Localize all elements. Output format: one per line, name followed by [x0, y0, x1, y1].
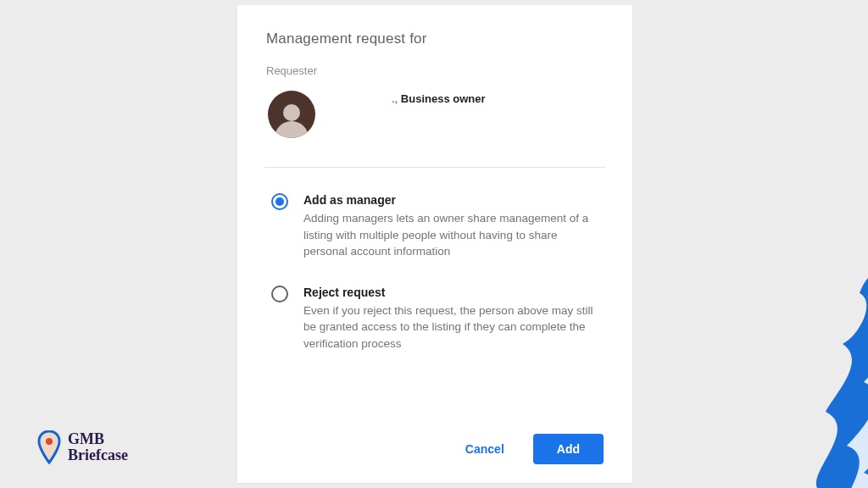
- options-group: Add as manager Adding managers lets an o…: [266, 193, 604, 377]
- requester-label: Requester: [266, 64, 604, 77]
- dialog-actions: Cancel Add: [266, 427, 604, 464]
- management-request-dialog: Management request for Requester ., Busi…: [237, 5, 632, 483]
- divider: [264, 167, 605, 168]
- option-title: Reject request: [303, 286, 604, 299]
- svg-point-0: [46, 438, 53, 445]
- option-desc: Adding managers lets an owner share mana…: [303, 210, 604, 260]
- option-reject-request[interactable]: Reject request Even if you reject this r…: [271, 286, 604, 352]
- dialog-title: Management request for: [266, 30, 604, 47]
- avatar: [268, 91, 315, 138]
- add-button[interactable]: Add: [533, 434, 604, 464]
- decorative-brush: [648, 217, 868, 488]
- option-add-as-manager[interactable]: Add as manager Adding managers lets an o…: [271, 193, 604, 260]
- radio-reject-request[interactable]: [271, 286, 288, 302]
- radio-add-as-manager[interactable]: [271, 193, 288, 210]
- brand-logo: GMB Briefcase: [37, 430, 128, 464]
- requester-row: ., Business owner: [266, 91, 604, 138]
- cancel-button[interactable]: Cancel: [460, 435, 509, 463]
- pin-icon: [37, 430, 61, 464]
- option-title: Add as manager: [303, 193, 604, 207]
- option-desc: Even if you reject this request, the per…: [303, 302, 604, 352]
- brand-text: GMB Briefcase: [68, 431, 128, 463]
- requester-role: ., Business owner: [392, 91, 486, 105]
